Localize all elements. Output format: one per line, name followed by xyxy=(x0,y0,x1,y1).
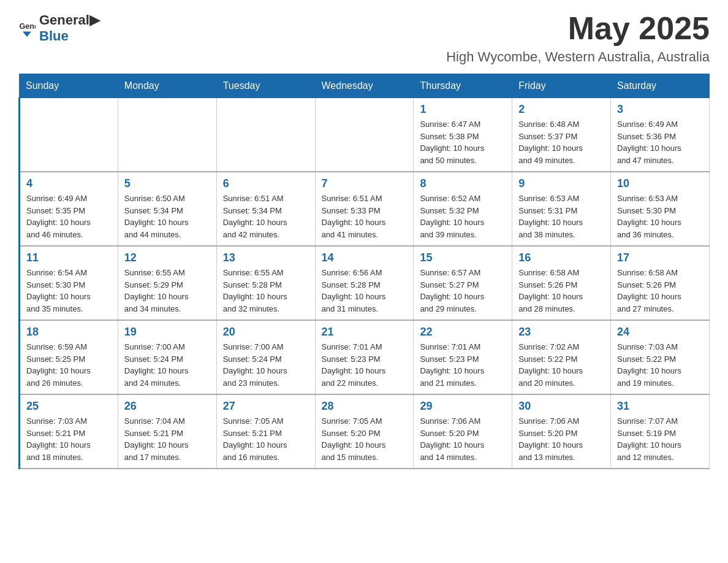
logo-general-text: General xyxy=(39,12,89,28)
header-day-monday: Monday xyxy=(118,74,216,98)
day-number: 12 xyxy=(124,251,210,264)
day-info: Sunrise: 7:03 AM Sunset: 5:22 PM Dayligh… xyxy=(617,341,703,389)
logo-icon: General xyxy=(18,20,36,37)
day-number: 28 xyxy=(322,400,408,413)
day-info: Sunrise: 7:07 AM Sunset: 5:19 PM Dayligh… xyxy=(617,415,703,463)
day-info: Sunrise: 7:06 AM Sunset: 5:20 PM Dayligh… xyxy=(518,415,604,463)
day-number: 11 xyxy=(26,251,112,264)
day-info: Sunrise: 6:58 AM Sunset: 5:26 PM Dayligh… xyxy=(617,267,703,315)
calendar-cell: 26Sunrise: 7:04 AM Sunset: 5:21 PM Dayli… xyxy=(118,394,216,469)
month-title: May 2025 xyxy=(568,12,710,44)
calendar-cell: 1Sunrise: 6:47 AM Sunset: 5:38 PM Daylig… xyxy=(414,98,512,172)
calendar-table: SundayMondayTuesdayWednesdayThursdayFrid… xyxy=(18,74,710,469)
calendar-cell: 4Sunrise: 6:49 AM Sunset: 5:35 PM Daylig… xyxy=(20,172,118,246)
calendar-cell: 27Sunrise: 7:05 AM Sunset: 5:21 PM Dayli… xyxy=(216,394,315,469)
calendar-cell xyxy=(118,98,216,172)
day-number: 30 xyxy=(518,400,604,413)
day-number: 31 xyxy=(617,400,703,413)
day-number: 13 xyxy=(223,251,309,264)
day-info: Sunrise: 7:01 AM Sunset: 5:23 PM Dayligh… xyxy=(420,341,506,389)
svg-text:General: General xyxy=(19,22,36,31)
day-info: Sunrise: 7:00 AM Sunset: 5:24 PM Dayligh… xyxy=(223,341,309,389)
week-row-5: 25Sunrise: 7:03 AM Sunset: 5:21 PM Dayli… xyxy=(20,394,710,469)
day-info: Sunrise: 6:48 AM Sunset: 5:37 PM Dayligh… xyxy=(518,118,604,166)
day-info: Sunrise: 6:51 AM Sunset: 5:34 PM Dayligh… xyxy=(223,193,309,240)
day-number: 6 xyxy=(223,177,309,190)
logo: General General▶ Blue xyxy=(18,12,100,44)
calendar-cell: 7Sunrise: 6:51 AM Sunset: 5:33 PM Daylig… xyxy=(315,172,414,246)
calendar-cell: 28Sunrise: 7:05 AM Sunset: 5:20 PM Dayli… xyxy=(315,394,414,469)
day-number: 22 xyxy=(420,326,506,339)
header-day-wednesday: Wednesday xyxy=(315,74,414,98)
svg-marker-1 xyxy=(23,32,31,37)
day-number: 17 xyxy=(617,251,703,264)
day-info: Sunrise: 7:05 AM Sunset: 5:20 PM Dayligh… xyxy=(322,415,408,463)
header-day-tuesday: Tuesday xyxy=(216,74,315,98)
header-row: SundayMondayTuesdayWednesdayThursdayFrid… xyxy=(20,74,710,98)
calendar-cell: 5Sunrise: 6:50 AM Sunset: 5:34 PM Daylig… xyxy=(118,172,216,246)
calendar-cell: 8Sunrise: 6:52 AM Sunset: 5:32 PM Daylig… xyxy=(414,172,512,246)
calendar-cell xyxy=(315,98,414,172)
calendar-cell: 16Sunrise: 6:58 AM Sunset: 5:26 PM Dayli… xyxy=(512,246,611,320)
calendar-cell: 11Sunrise: 6:54 AM Sunset: 5:30 PM Dayli… xyxy=(20,246,118,320)
calendar-cell: 17Sunrise: 6:58 AM Sunset: 5:26 PM Dayli… xyxy=(611,246,710,320)
calendar-cell: 23Sunrise: 7:02 AM Sunset: 5:22 PM Dayli… xyxy=(512,320,611,394)
header-day-thursday: Thursday xyxy=(414,74,512,98)
header-day-sunday: Sunday xyxy=(20,74,118,98)
day-info: Sunrise: 6:59 AM Sunset: 5:25 PM Dayligh… xyxy=(26,341,112,389)
calendar-cell: 14Sunrise: 6:56 AM Sunset: 5:28 PM Dayli… xyxy=(315,246,414,320)
calendar-cell: 24Sunrise: 7:03 AM Sunset: 5:22 PM Dayli… xyxy=(611,320,710,394)
day-number: 5 xyxy=(124,177,210,190)
calendar-cell: 30Sunrise: 7:06 AM Sunset: 5:20 PM Dayli… xyxy=(512,394,611,469)
day-info: Sunrise: 6:47 AM Sunset: 5:38 PM Dayligh… xyxy=(420,118,506,166)
calendar-cell: 6Sunrise: 6:51 AM Sunset: 5:34 PM Daylig… xyxy=(216,172,315,246)
day-info: Sunrise: 7:02 AM Sunset: 5:22 PM Dayligh… xyxy=(518,341,604,389)
day-number: 26 xyxy=(124,400,210,413)
day-number: 2 xyxy=(518,103,604,116)
calendar-cell: 3Sunrise: 6:49 AM Sunset: 5:36 PM Daylig… xyxy=(611,98,710,172)
week-row-1: 1Sunrise: 6:47 AM Sunset: 5:38 PM Daylig… xyxy=(20,98,710,172)
calendar-cell xyxy=(20,98,118,172)
calendar-cell: 29Sunrise: 7:06 AM Sunset: 5:20 PM Dayli… xyxy=(414,394,512,469)
day-info: Sunrise: 6:58 AM Sunset: 5:26 PM Dayligh… xyxy=(518,267,604,315)
day-info: Sunrise: 6:55 AM Sunset: 5:29 PM Dayligh… xyxy=(124,267,210,315)
day-number: 9 xyxy=(518,177,604,190)
day-info: Sunrise: 6:54 AM Sunset: 5:30 PM Dayligh… xyxy=(26,267,112,315)
day-number: 29 xyxy=(420,400,506,413)
day-number: 21 xyxy=(322,326,408,339)
day-number: 19 xyxy=(124,326,210,339)
day-number: 15 xyxy=(420,251,506,264)
day-number: 14 xyxy=(322,251,408,264)
calendar-cell: 18Sunrise: 6:59 AM Sunset: 5:25 PM Dayli… xyxy=(20,320,118,394)
logo-flag: ▶ xyxy=(89,12,100,28)
page-header: General General▶ Blue May 2025 xyxy=(18,12,710,44)
header-day-friday: Friday xyxy=(512,74,611,98)
day-info: Sunrise: 6:57 AM Sunset: 5:27 PM Dayligh… xyxy=(420,267,506,315)
header-day-saturday: Saturday xyxy=(611,74,710,98)
day-info: Sunrise: 6:49 AM Sunset: 5:36 PM Dayligh… xyxy=(617,118,703,166)
calendar-cell: 31Sunrise: 7:07 AM Sunset: 5:19 PM Dayli… xyxy=(611,394,710,469)
day-info: Sunrise: 6:49 AM Sunset: 5:35 PM Dayligh… xyxy=(26,193,112,240)
calendar-cell xyxy=(216,98,315,172)
day-number: 18 xyxy=(26,326,112,339)
day-number: 7 xyxy=(322,177,408,190)
day-number: 8 xyxy=(420,177,506,190)
day-number: 4 xyxy=(26,177,112,190)
calendar-cell: 22Sunrise: 7:01 AM Sunset: 5:23 PM Dayli… xyxy=(414,320,512,394)
day-number: 16 xyxy=(518,251,604,264)
day-number: 20 xyxy=(223,326,309,339)
calendar-cell: 10Sunrise: 6:53 AM Sunset: 5:30 PM Dayli… xyxy=(611,172,710,246)
calendar-cell: 21Sunrise: 7:01 AM Sunset: 5:23 PM Dayli… xyxy=(315,320,414,394)
day-info: Sunrise: 7:05 AM Sunset: 5:21 PM Dayligh… xyxy=(223,415,309,463)
day-info: Sunrise: 6:51 AM Sunset: 5:33 PM Dayligh… xyxy=(322,193,408,240)
day-info: Sunrise: 6:55 AM Sunset: 5:28 PM Dayligh… xyxy=(223,267,309,315)
day-info: Sunrise: 6:53 AM Sunset: 5:31 PM Dayligh… xyxy=(518,193,604,240)
calendar-cell: 20Sunrise: 7:00 AM Sunset: 5:24 PM Dayli… xyxy=(216,320,315,394)
day-info: Sunrise: 7:01 AM Sunset: 5:23 PM Dayligh… xyxy=(322,341,408,389)
week-row-4: 18Sunrise: 6:59 AM Sunset: 5:25 PM Dayli… xyxy=(20,320,710,394)
calendar-cell: 13Sunrise: 6:55 AM Sunset: 5:28 PM Dayli… xyxy=(216,246,315,320)
calendar-cell: 15Sunrise: 6:57 AM Sunset: 5:27 PM Dayli… xyxy=(414,246,512,320)
calendar-cell: 12Sunrise: 6:55 AM Sunset: 5:29 PM Dayli… xyxy=(118,246,216,320)
day-info: Sunrise: 7:06 AM Sunset: 5:20 PM Dayligh… xyxy=(420,415,506,463)
day-number: 24 xyxy=(617,326,703,339)
